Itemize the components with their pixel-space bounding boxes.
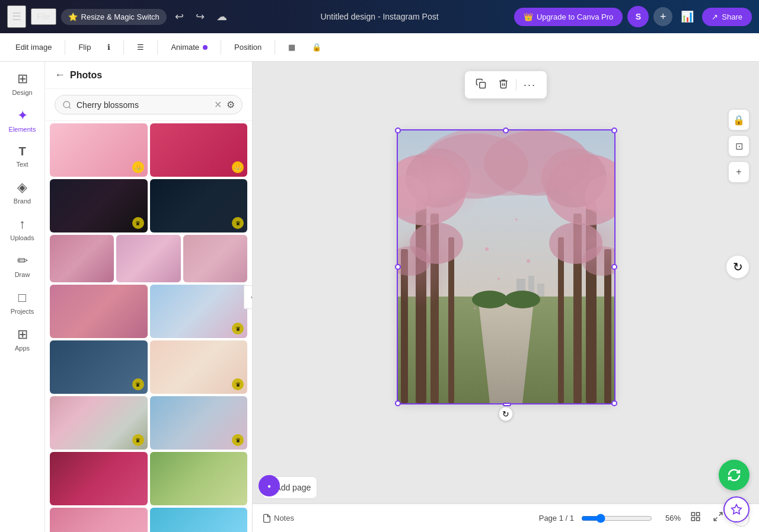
canvas-wrapper: 🔒 ⊡ + ↻ xyxy=(253,62,759,472)
purple-dot-inner: ● xyxy=(267,483,271,489)
photo-row-8 xyxy=(50,508,247,532)
photos-title: Photos xyxy=(70,70,102,81)
search-input-wrap: ✕ ⚙ xyxy=(55,95,243,114)
photos-panel: ← Photos ✕ ⚙ 👑 👑 xyxy=(45,62,253,532)
undo-button[interactable]: ↩ xyxy=(171,7,187,27)
add-canvas-button[interactable]: + xyxy=(728,161,750,183)
photo-item[interactable]: ♛ xyxy=(50,179,148,232)
crown-badge: ♛ xyxy=(232,434,244,446)
delete-image-button[interactable] xyxy=(493,75,514,95)
sidebar-item-projects[interactable]: □ Projects xyxy=(2,285,43,320)
more-options-button[interactable]: ··· xyxy=(519,75,541,95)
draw-icon: ✏ xyxy=(17,253,28,269)
info-button[interactable]: ℹ xyxy=(101,39,116,55)
hide-panel-button[interactable]: ‹ xyxy=(244,285,253,309)
menu-button[interactable]: ☰ xyxy=(7,5,26,28)
add-page-bar: + Add page xyxy=(253,472,759,504)
photo-item[interactable]: 👑 xyxy=(150,123,248,177)
flip-button[interactable]: Flip xyxy=(72,39,97,55)
upgrade-button[interactable]: 👑 Upgrade to Canva Pro xyxy=(514,8,623,26)
cherry-overlay xyxy=(398,130,614,403)
topbar-left: ☰ File ⭐ Resize & Magic Switch ↩ ↪ ☁ xyxy=(7,5,231,28)
photo-item[interactable] xyxy=(150,452,248,505)
zoom-slider[interactable] xyxy=(581,514,652,523)
sidebar-item-uploads[interactable]: ↑ Uploads xyxy=(2,212,43,246)
crown-badge: ♛ xyxy=(232,217,244,229)
lock-canvas-button[interactable]: 🔒 xyxy=(728,109,750,130)
sidebar-item-apps[interactable]: ⊞ Apps xyxy=(2,322,43,356)
search-filter-button[interactable]: ⚙ xyxy=(227,99,235,110)
sidebar-item-draw[interactable]: ✏ Draw xyxy=(2,249,43,283)
search-clear-button[interactable]: ✕ xyxy=(214,99,222,110)
photo-item[interactable] xyxy=(150,508,248,532)
photo-item[interactable] xyxy=(50,508,148,532)
sidebar-item-brand[interactable]: ◈ Brand xyxy=(2,175,43,209)
svg-line-42 xyxy=(719,512,722,515)
uploads-icon: ↑ xyxy=(19,216,25,232)
redo-button[interactable]: ↪ xyxy=(192,7,208,27)
menu-lines-icon: ☰ xyxy=(137,43,144,52)
magic-switch-button[interactable]: ⭐ Resize & Magic Switch xyxy=(61,9,167,25)
refresh-button[interactable]: ↻ xyxy=(726,255,750,279)
topbar-center: Untitled design - Instagram Post xyxy=(320,12,438,21)
rotate-handle[interactable]: ↻ xyxy=(499,407,513,421)
sidebar-label-uploads: Uploads xyxy=(10,234,34,241)
fab-purple-button[interactable] xyxy=(723,496,750,523)
back-button[interactable]: ← xyxy=(55,69,65,81)
svg-rect-40 xyxy=(697,518,700,521)
sidebar: ⊞ Design ✦ Elements T Text ◈ Brand ↑ Upl… xyxy=(0,62,45,532)
photo-item[interactable] xyxy=(50,235,114,282)
sidebar-item-text[interactable]: T Text xyxy=(2,140,43,173)
more-icon: ··· xyxy=(524,79,536,91)
svg-rect-41 xyxy=(691,518,694,521)
zoom-label: 56% xyxy=(659,514,681,523)
toolbar2: Edit image Flip ℹ ☰ Animate Position ▦ 🔒 xyxy=(0,33,759,62)
topbar: ☰ File ⭐ Resize & Magic Switch ↩ ↪ ☁ Unt… xyxy=(0,0,759,33)
photo-item[interactable]: ♛ xyxy=(50,340,148,394)
photo-item[interactable] xyxy=(50,285,148,338)
photos-header: ← Photos xyxy=(45,62,252,89)
animate-button[interactable]: Animate xyxy=(165,39,213,55)
edit-image-button[interactable]: Edit image xyxy=(9,39,58,55)
search-input[interactable] xyxy=(76,100,209,110)
photo-item[interactable] xyxy=(116,235,180,282)
fab-green-button[interactable] xyxy=(719,460,750,490)
notes-button[interactable]: Notes xyxy=(262,514,294,523)
photo-item[interactable]: ♛ xyxy=(150,340,248,394)
svg-rect-38 xyxy=(691,512,694,515)
copy-canvas-button[interactable]: ⊡ xyxy=(728,135,750,157)
photo-row-6: ♛ ♛ xyxy=(50,396,247,450)
menu-icon-button[interactable]: ☰ xyxy=(131,39,150,55)
upgrade-label: Upgrade to Canva Pro xyxy=(537,12,613,21)
photo-item[interactable]: 👑 xyxy=(50,123,148,177)
photo-item[interactable]: ♛ xyxy=(150,179,248,232)
grid-view-button[interactable] xyxy=(688,509,703,527)
file-button[interactable]: File xyxy=(31,8,56,25)
photo-item[interactable] xyxy=(183,235,247,282)
photo-row-3 xyxy=(50,235,247,282)
plus-button[interactable]: + xyxy=(653,7,672,26)
photo-row-1: 👑 👑 xyxy=(50,123,247,177)
cloud-save-button[interactable]: ☁ xyxy=(213,7,231,27)
share-button[interactable]: ↗ Share xyxy=(702,8,752,26)
photo-row-7 xyxy=(50,452,247,505)
lock-button[interactable]: 🔒 xyxy=(306,39,327,55)
photo-item[interactable]: ♛ xyxy=(150,285,248,338)
copy-image-button[interactable] xyxy=(471,75,491,95)
canvas-area: 🔒 ⊡ + ↻ xyxy=(253,62,759,532)
sidebar-item-design[interactable]: ⊞ Design xyxy=(2,66,43,101)
photo-item[interactable]: ♛ xyxy=(50,396,148,450)
rotate-icon: ↻ xyxy=(502,409,509,419)
cherry-blossom-image xyxy=(398,130,614,403)
search-bar: ✕ ⚙ xyxy=(45,89,252,121)
avatar-button[interactable]: S xyxy=(627,6,649,27)
sidebar-item-elements[interactable]: ✦ Elements xyxy=(2,103,43,138)
photo-item[interactable] xyxy=(50,452,148,505)
zoom-slider-wrap xyxy=(581,514,652,523)
position-button[interactable]: Position xyxy=(228,39,267,55)
analytics-button[interactable]: 📊 xyxy=(677,7,697,27)
photo-item[interactable]: ♛ xyxy=(150,396,248,450)
toolbar2-separator3 xyxy=(157,40,158,55)
animate-label: Animate xyxy=(171,43,199,52)
checkerboard-button[interactable]: ▦ xyxy=(282,39,301,55)
